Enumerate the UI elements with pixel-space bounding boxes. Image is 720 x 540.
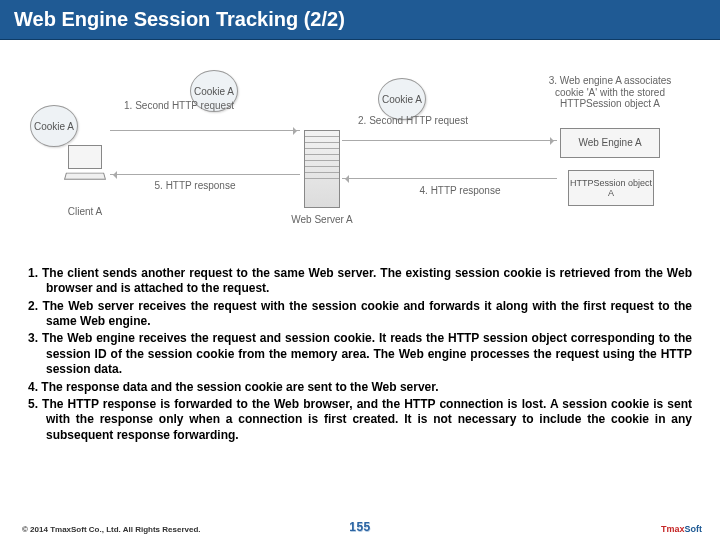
diagram-step-3-label: 3. Web engine A associates cookie 'A' wi…: [540, 75, 680, 110]
web-server-icon: [304, 130, 340, 208]
copyright-text: © 2014 TmaxSoft Co., Ltd. All Rights Res…: [22, 525, 201, 534]
step-1: 1. The client sends another request to t…: [28, 266, 692, 297]
cookie-a-bubble-client: Cookie A: [30, 105, 78, 147]
tmaxsoft-logo: TmaxSoft: [661, 524, 702, 534]
client-label: Client A: [60, 206, 110, 217]
arrow-engine-to-server: [342, 178, 557, 179]
diagram-step-2-label: 2. Second HTTP request: [348, 115, 478, 127]
step-5: 5. The HTTP response is forwarded to the…: [28, 397, 692, 443]
arrow-client-to-server: [110, 130, 300, 131]
session-diagram: Cookie A Cookie A Cookie A 1. Second HTT…: [20, 50, 700, 260]
http-session-box: HTTPSession object A: [568, 170, 654, 206]
step-4: 4. The response data and the session coo…: [28, 380, 692, 395]
arrow-server-to-client: [110, 174, 300, 175]
cookie-a-bubble-req2: Cookie A: [378, 78, 426, 120]
arrow-server-to-engine: [342, 140, 557, 141]
diagram-step-4-label: 4. HTTP response: [400, 185, 520, 197]
page-number: 155: [349, 520, 371, 534]
step-3: 3. The Web engine receives the request a…: [28, 331, 692, 377]
logo-part-b: Soft: [685, 524, 703, 534]
step-2: 2. The Web server receives the request w…: [28, 299, 692, 330]
logo-part-a: Tmax: [661, 524, 685, 534]
page-title: Web Engine Session Tracking (2/2): [0, 0, 720, 40]
diagram-step-5-label: 5. HTTP response: [135, 180, 255, 192]
web-engine-box: Web Engine A: [560, 128, 660, 158]
client-icon: [60, 145, 110, 200]
steps-text: 1. The client sends another request to t…: [28, 266, 692, 443]
diagram-step-1-label: 1. Second HTTP request: [114, 100, 244, 112]
web-server-label: Web Server A: [282, 214, 362, 225]
